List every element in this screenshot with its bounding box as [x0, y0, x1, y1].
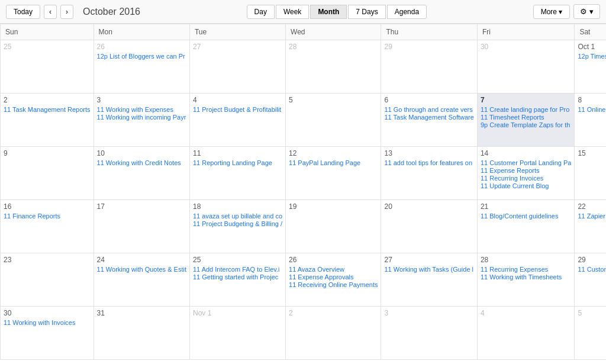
day-number: 20 [384, 202, 473, 211]
calendar-cell: Nov 1 [189, 307, 285, 360]
day-number: Oct 1 [578, 43, 606, 51]
view-btn-7-days[interactable]: 7 Days [348, 5, 385, 19]
calendar-cell: 5 [575, 307, 606, 360]
calendar-cell: 17 [94, 200, 189, 253]
day-header-fri: Fri [477, 24, 574, 40]
calendar-cell: 1311 add tool tips for features on [381, 147, 477, 200]
calendar-cell: 611 Go through and create vers11 Task Ma… [381, 94, 477, 147]
calendar-event[interactable]: 11 Task Management Software [384, 114, 473, 121]
calendar-event[interactable]: 12p List of Bloggers we can Pr [97, 53, 186, 60]
calendar-cell: 211 Task Management Reports [1, 94, 94, 147]
day-number: 11 [193, 149, 282, 157]
calendar-event[interactable]: 11 Receiving Online Payments [289, 281, 378, 288]
calendar-event[interactable]: 11 Recurring Expenses [481, 266, 571, 273]
calendar-event[interactable]: 11 Working with incoming Payr [97, 114, 186, 121]
day-number: 17 [97, 202, 186, 211]
calendar-event[interactable]: 11 Timesheet Reports [481, 114, 571, 121]
calendar-cell: 2612p List of Bloggers we can Pr [94, 40, 189, 94]
calendar-event[interactable]: 11 Working with Quotes & Estit [97, 266, 186, 273]
day-number: 15 [578, 149, 606, 157]
calendar-event[interactable]: 11 Zapier Integrations [578, 212, 606, 220]
calendar-cell: 15 [575, 147, 606, 200]
calendar-event[interactable]: 11 Update Current Blog [481, 182, 571, 189]
calendar-event[interactable]: 11 avaza set up billable and co [193, 212, 282, 220]
day-number: 30 [481, 43, 571, 51]
calendar-cell: 2511 Add Intercom FAQ to Elev.i11 Gettin… [189, 253, 285, 307]
day-number: 7 [481, 96, 571, 104]
day-header-tue: Tue [189, 24, 285, 40]
day-header-sat: Sat [575, 24, 606, 40]
day-number: 4 [193, 96, 282, 104]
settings-button[interactable]: ⚙ ▾ [573, 4, 600, 19]
day-number: 13 [384, 149, 473, 157]
view-btn-day[interactable]: Day [247, 5, 275, 19]
day-number: 2 [4, 96, 91, 104]
calendar-event[interactable]: 11 Getting started with Projec [193, 273, 282, 281]
day-number: 8 [578, 96, 606, 104]
day-number: 5 [289, 96, 378, 104]
calendar-event[interactable]: 11 Expense Reports [481, 167, 571, 174]
day-number: 23 [4, 256, 91, 264]
day-number: 27 [384, 256, 473, 264]
nav-controls: Today ‹ › October 2016 [6, 5, 140, 19]
calendar-event[interactable]: 11 Recurring Invoices [481, 175, 571, 182]
calendar-event[interactable]: 11 Customer Portal Landing Pa [481, 159, 571, 166]
calendar-cell: 2611 Avaza Overview11 Expense Approvals1… [286, 253, 381, 307]
calendar-event[interactable]: 11 Finance Reports [4, 212, 91, 220]
day-number: 12 [289, 149, 378, 157]
calendar-event[interactable]: 11 add tool tips for features on [384, 159, 473, 166]
calendar-event[interactable]: 11 Online Payments [578, 106, 606, 113]
more-button[interactable]: More ▾ [533, 5, 570, 19]
month-title: October 2016 [83, 7, 140, 17]
calendar-cell: 2111 Blog/Content guidelines [477, 200, 574, 253]
calendar-event[interactable]: 11 Task Management Reports [4, 106, 91, 113]
calendar-event[interactable]: 11 Reporting Landing Page [193, 159, 282, 166]
calendar-cell: 311 Working with Expenses11 Working with… [94, 94, 189, 147]
calendar-cell: 711 Create landing page for Pro11 Timesh… [477, 94, 574, 147]
day-number: 27 [193, 43, 282, 51]
calendar-cell: 2411 Working with Quotes & Estit [94, 253, 189, 307]
calendar-cell: 4 [477, 307, 574, 360]
calendar-event[interactable]: 11 Avaza Overview [289, 266, 378, 273]
day-number: 26 [289, 256, 378, 264]
calendar-cell: 1211 PayPal Landing Page [286, 147, 381, 200]
day-number: 19 [289, 202, 378, 211]
calendar-event[interactable]: 11 Working with Credit Notes [97, 159, 186, 166]
view-btn-agenda[interactable]: Agenda [387, 5, 427, 19]
calendar-cell: 411 Project Budget & Profitabilit [189, 94, 285, 147]
today-button[interactable]: Today [6, 5, 40, 19]
calendar-event[interactable]: 11 Working with Timesheets [481, 273, 571, 281]
day-number: 18 [193, 202, 282, 211]
extra-controls: More ▾ ⚙ ▾ [533, 4, 600, 19]
calendar-cell: 20 [381, 200, 477, 253]
day-number: 16 [4, 202, 91, 211]
calendar-event[interactable]: 11 Blog/Content guidelines [481, 212, 571, 220]
calendar-cell: 19 [286, 200, 381, 253]
calendar-cell: 28 [286, 40, 381, 94]
calendar-event[interactable]: 11 Working with Tasks (Guide l [384, 266, 473, 273]
view-btn-week[interactable]: Week [276, 5, 309, 19]
day-number: 25 [193, 256, 282, 264]
calendar-event[interactable]: 11 Working with Invoices [4, 319, 91, 326]
calendar-event[interactable]: 11 Working with Expenses [97, 106, 186, 113]
calendar-event[interactable]: 11 Customer Portal Overview [578, 266, 606, 273]
calendar-event[interactable]: 11 Project Budgeting & Billing / [193, 220, 282, 227]
view-btn-month[interactable]: Month [310, 5, 347, 19]
day-header-mon: Mon [94, 24, 189, 40]
next-button[interactable]: › [60, 5, 73, 19]
calendar-event[interactable]: 11 PayPal Landing Page [289, 159, 378, 166]
day-number: 29 [578, 256, 606, 264]
calendar-event[interactable]: 11 Create landing page for Pro [481, 106, 571, 113]
day-number: Nov 1 [193, 309, 282, 317]
calendar-event[interactable]: 11 Project Budget & Profitabilit [193, 106, 282, 113]
calendar-event[interactable]: 12p Timesheet Approvals [578, 53, 606, 60]
calendar-event[interactable]: 9p Create Template Zaps for th [481, 121, 571, 128]
calendar-cell: 2811 Recurring Expenses11 Working with T… [477, 253, 574, 307]
calendar-event[interactable]: 11 Go through and create vers [384, 106, 473, 113]
calendar-event[interactable]: 11 Expense Approvals [289, 273, 378, 281]
calendar-cell: 29 [381, 40, 477, 94]
calendar-cell: 5 [286, 94, 381, 147]
calendar-event[interactable]: 11 Add Intercom FAQ to Elev.i [193, 266, 282, 273]
prev-button[interactable]: ‹ [44, 5, 57, 19]
calendar-cell: 2711 Working with Tasks (Guide l [381, 253, 477, 307]
